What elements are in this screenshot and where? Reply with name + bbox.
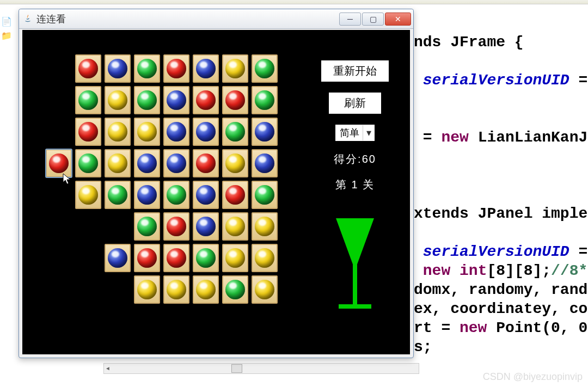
board-cell[interactable] bbox=[220, 274, 250, 305]
board-cell[interactable] bbox=[162, 53, 191, 84]
game-tile[interactable] bbox=[193, 86, 219, 114]
board-cell[interactable] bbox=[44, 148, 74, 179]
game-tile[interactable] bbox=[134, 86, 160, 114]
board-cell[interactable] bbox=[162, 242, 191, 274]
maximize-button[interactable]: ▢ bbox=[362, 13, 384, 26]
board-cell[interactable] bbox=[191, 84, 220, 116]
board-cell[interactable] bbox=[132, 242, 162, 274]
horizontal-scrollbar[interactable] bbox=[103, 363, 419, 374]
board-cell[interactable] bbox=[220, 179, 250, 211]
board-cell[interactable] bbox=[74, 274, 103, 305]
board-cell[interactable] bbox=[103, 274, 132, 305]
game-tile[interactable] bbox=[193, 181, 219, 209]
game-tile[interactable] bbox=[163, 244, 189, 272]
close-button[interactable]: ✕ bbox=[385, 13, 411, 26]
game-board[interactable] bbox=[44, 53, 279, 305]
board-cell[interactable] bbox=[132, 116, 162, 148]
game-tile[interactable] bbox=[46, 149, 72, 177]
board-cell[interactable] bbox=[132, 274, 162, 305]
board-cell[interactable] bbox=[74, 211, 103, 242]
board-cell[interactable] bbox=[162, 148, 191, 179]
game-tile[interactable] bbox=[252, 275, 278, 304]
board-cell[interactable] bbox=[191, 274, 220, 305]
game-tile[interactable] bbox=[193, 244, 219, 272]
board-cell[interactable] bbox=[44, 84, 74, 116]
difficulty-dropdown[interactable]: 简单 ▾ bbox=[335, 125, 375, 141]
board-cell[interactable] bbox=[162, 84, 191, 116]
game-tile[interactable] bbox=[222, 149, 248, 177]
game-tile[interactable] bbox=[193, 118, 219, 146]
board-cell[interactable] bbox=[44, 242, 74, 274]
board-cell[interactable] bbox=[162, 116, 191, 148]
game-tile[interactable] bbox=[163, 212, 189, 241]
board-cell[interactable] bbox=[74, 179, 103, 211]
game-tile[interactable] bbox=[252, 212, 278, 241]
board-cell[interactable] bbox=[250, 53, 279, 84]
refresh-button[interactable]: 刷新 bbox=[329, 93, 381, 114]
game-tile[interactable] bbox=[222, 275, 248, 304]
game-tile[interactable] bbox=[105, 54, 131, 83]
game-tile[interactable] bbox=[163, 54, 189, 83]
game-tile[interactable] bbox=[222, 181, 248, 209]
game-tile[interactable] bbox=[75, 181, 101, 209]
game-tile[interactable] bbox=[193, 275, 219, 304]
game-tile[interactable] bbox=[222, 54, 248, 83]
game-tile[interactable] bbox=[252, 244, 278, 272]
board-cell[interactable] bbox=[162, 179, 191, 211]
board-cell[interactable] bbox=[74, 116, 103, 148]
game-tile[interactable] bbox=[252, 86, 278, 114]
game-tile[interactable] bbox=[105, 181, 131, 209]
game-tile[interactable] bbox=[163, 118, 189, 146]
game-tile[interactable] bbox=[252, 118, 278, 146]
game-tile[interactable] bbox=[222, 118, 248, 146]
game-tile[interactable] bbox=[252, 181, 278, 209]
board-cell[interactable] bbox=[250, 211, 279, 242]
board-cell[interactable] bbox=[220, 242, 250, 274]
board-cell[interactable] bbox=[220, 53, 250, 84]
board-cell[interactable] bbox=[132, 148, 162, 179]
board-cell[interactable] bbox=[44, 274, 74, 305]
board-cell[interactable] bbox=[191, 242, 220, 274]
board-cell[interactable] bbox=[74, 53, 103, 84]
game-tile[interactable] bbox=[105, 149, 131, 177]
board-cell[interactable] bbox=[250, 242, 279, 274]
game-tile[interactable] bbox=[75, 149, 101, 177]
board-cell[interactable] bbox=[103, 242, 132, 274]
game-tile[interactable] bbox=[222, 86, 248, 114]
game-tile[interactable] bbox=[163, 275, 189, 304]
game-tile[interactable] bbox=[105, 118, 131, 146]
board-cell[interactable] bbox=[191, 148, 220, 179]
board-cell[interactable] bbox=[220, 211, 250, 242]
board-cell[interactable] bbox=[191, 179, 220, 211]
game-tile[interactable] bbox=[105, 244, 131, 272]
board-cell[interactable] bbox=[103, 116, 132, 148]
board-cell[interactable] bbox=[162, 274, 191, 305]
game-tile[interactable] bbox=[134, 275, 160, 304]
board-cell[interactable] bbox=[74, 148, 103, 179]
board-cell[interactable] bbox=[103, 211, 132, 242]
game-tile[interactable] bbox=[134, 54, 160, 83]
game-tile[interactable] bbox=[163, 181, 189, 209]
board-cell[interactable] bbox=[132, 179, 162, 211]
game-tile[interactable] bbox=[222, 212, 248, 241]
board-cell[interactable] bbox=[44, 53, 74, 84]
board-cell[interactable] bbox=[44, 116, 74, 148]
board-cell[interactable] bbox=[132, 53, 162, 84]
board-cell[interactable] bbox=[191, 53, 220, 84]
game-tile[interactable] bbox=[134, 118, 160, 146]
board-cell[interactable] bbox=[132, 211, 162, 242]
board-cell[interactable] bbox=[132, 84, 162, 116]
board-cell[interactable] bbox=[103, 179, 132, 211]
game-tile[interactable] bbox=[222, 244, 248, 272]
board-cell[interactable] bbox=[44, 179, 74, 211]
restart-button[interactable]: 重新开始 bbox=[321, 60, 389, 82]
board-cell[interactable] bbox=[162, 211, 191, 242]
game-tile[interactable] bbox=[134, 181, 160, 209]
game-tile[interactable] bbox=[105, 86, 131, 114]
board-cell[interactable] bbox=[103, 84, 132, 116]
scrollbar-thumb[interactable] bbox=[231, 364, 242, 373]
board-cell[interactable] bbox=[220, 116, 250, 148]
board-cell[interactable] bbox=[74, 242, 103, 274]
board-cell[interactable] bbox=[250, 84, 279, 116]
board-cell[interactable] bbox=[74, 84, 103, 116]
